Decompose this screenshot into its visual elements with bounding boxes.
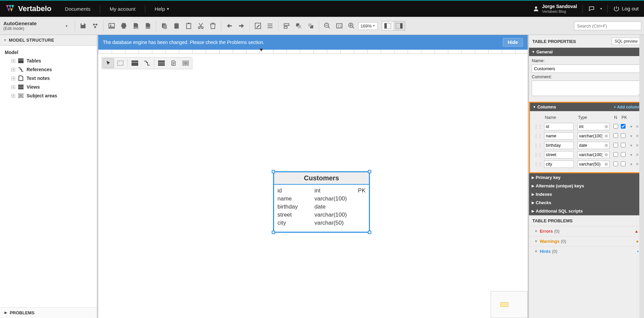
nullable-checkbox[interactable] xyxy=(613,133,618,138)
menu-my-account[interactable]: My account xyxy=(110,5,136,13)
expand-icon[interactable]: + xyxy=(11,77,15,80)
layer-up-button[interactable] xyxy=(293,20,304,31)
minimap[interactable] xyxy=(491,291,528,318)
add-area-tool[interactable] xyxy=(180,58,191,68)
expand-icon[interactable]: + xyxy=(11,94,15,98)
image-button[interactable] xyxy=(106,20,117,31)
sql-preview-button[interactable]: SQL preview xyxy=(612,38,641,45)
remove-col-icon[interactable]: ✕ xyxy=(635,152,640,157)
add-column-link[interactable]: + Add column xyxy=(614,105,640,109)
expand-icon[interactable]: + xyxy=(11,68,15,72)
section-addl-sql[interactable]: ▶Additional SQL scripts xyxy=(529,207,644,215)
align-button[interactable] xyxy=(281,20,292,31)
add-note-tool[interactable] xyxy=(168,58,179,68)
section-columns[interactable]: ▼Columns + Add column xyxy=(530,103,643,111)
entity-customers[interactable]: Customers idintPKnamevarchar(100)birthda… xyxy=(273,171,370,233)
print-button[interactable] xyxy=(118,20,129,31)
view-right-panel-button[interactable] xyxy=(393,21,405,30)
column-name-input[interactable] xyxy=(544,123,574,130)
save-button[interactable] xyxy=(78,20,88,31)
doc-dropdown-icon[interactable]: ▼ xyxy=(61,20,72,31)
tree-item-references[interactable]: +References xyxy=(0,65,97,74)
section-indexes[interactable]: ▶Indexes xyxy=(529,190,644,198)
pointer-tool[interactable] xyxy=(103,58,114,68)
expand-col-icon[interactable]: ▾ xyxy=(630,134,633,138)
column-type-input[interactable] xyxy=(577,142,604,149)
pk-checkbox[interactable] xyxy=(621,162,626,166)
type-gear-icon[interactable]: ⚙ xyxy=(604,142,610,149)
column-type-input[interactable] xyxy=(577,132,604,140)
type-gear-icon[interactable]: ⚙ xyxy=(604,132,610,140)
drag-handle-icon[interactable]: ⋮⋮ xyxy=(533,124,543,129)
banner-hide-button[interactable]: Hide xyxy=(503,38,523,47)
menu-documents[interactable]: Documents xyxy=(65,5,90,13)
remove-col-icon[interactable]: ✕ xyxy=(635,124,640,129)
type-gear-icon[interactable]: ⚙ xyxy=(604,161,610,168)
model-structure-header[interactable]: ▼ MODEL STRUCTURE xyxy=(0,35,97,46)
clipboard-button[interactable] xyxy=(183,20,194,31)
copy-button[interactable] xyxy=(159,20,170,31)
marquee-tool[interactable] xyxy=(115,58,126,68)
drag-handle-icon[interactable]: ⋮⋮ xyxy=(533,152,543,157)
format-button[interactable] xyxy=(265,20,275,31)
user-info[interactable]: Jorge Sandoval Vertabelo Blog xyxy=(533,4,577,13)
nullable-checkbox[interactable] xyxy=(613,162,618,166)
zoom-out-button[interactable] xyxy=(322,20,333,31)
section-checks[interactable]: ▶Checks xyxy=(529,198,644,207)
share-button[interactable] xyxy=(90,20,101,31)
section-primary-key[interactable]: ▶Primary key xyxy=(529,173,644,182)
search-input[interactable] xyxy=(574,21,641,30)
zoom-in-button[interactable] xyxy=(346,20,357,31)
tree-item-views[interactable]: +Views xyxy=(0,83,97,91)
layer-down-button[interactable] xyxy=(305,20,316,31)
column-type-input[interactable] xyxy=(577,161,604,168)
logout-button[interactable]: Log out xyxy=(613,5,639,12)
pk-checkbox[interactable] xyxy=(621,124,626,129)
column-type-input[interactable] xyxy=(577,151,604,158)
paste-button[interactable] xyxy=(171,20,182,31)
cut-button[interactable] xyxy=(195,20,206,31)
nullable-checkbox[interactable] xyxy=(613,124,618,129)
drag-handle-icon[interactable]: ⋮⋮ xyxy=(533,162,543,167)
undo-button[interactable] xyxy=(224,20,235,31)
name-input[interactable] xyxy=(532,64,641,73)
column-type-input[interactable] xyxy=(577,123,604,130)
remove-col-icon[interactable]: ✕ xyxy=(635,143,640,148)
zoom-reset-button[interactable]: 1:1 xyxy=(334,20,345,31)
problems-errors[interactable]: ▼ Errors (0) ▲ xyxy=(529,226,644,236)
expand-col-icon[interactable]: ▾ xyxy=(630,162,633,167)
sql-button[interactable]: SQL xyxy=(130,20,141,31)
tree-item-text-notes[interactable]: +Text notes xyxy=(0,74,97,83)
section-general[interactable]: ▼General xyxy=(529,48,644,56)
tree-item-subject-areas[interactable]: +Subject areas xyxy=(0,91,97,100)
delete-button[interactable] xyxy=(207,20,218,31)
expand-icon[interactable]: + xyxy=(11,59,15,63)
column-name-input[interactable] xyxy=(544,142,574,149)
add-reference-tool[interactable] xyxy=(141,58,153,68)
diagram-canvas[interactable]: Customers idintPKnamevarchar(100)birthda… xyxy=(98,54,528,318)
chat-icon[interactable] xyxy=(588,5,595,12)
column-name-input[interactable] xyxy=(544,151,574,158)
problems-warnings[interactable]: ▼ Warnings (0) ● xyxy=(529,236,644,246)
nullable-checkbox[interactable] xyxy=(613,152,618,157)
expand-col-icon[interactable]: ▾ xyxy=(630,143,633,148)
nullable-checkbox[interactable] xyxy=(613,143,618,147)
remove-col-icon[interactable]: ✕ xyxy=(635,134,640,138)
zoom-select[interactable]: 169%▼ xyxy=(358,22,378,30)
type-gear-icon[interactable]: ⚙ xyxy=(604,151,610,158)
add-table-tool[interactable] xyxy=(129,58,141,68)
edit-button[interactable] xyxy=(253,20,263,31)
drag-handle-icon[interactable]: ⋮⋮ xyxy=(533,143,543,148)
expand-col-icon[interactable]: ▾ xyxy=(630,124,633,129)
drag-handle-icon[interactable]: ⋮⋮ xyxy=(533,134,543,138)
type-gear-icon[interactable]: ⚙ xyxy=(604,123,610,130)
add-view-tool[interactable] xyxy=(156,58,167,68)
pk-checkbox[interactable] xyxy=(621,133,626,138)
expand-icon[interactable]: + xyxy=(11,85,15,89)
section-alt-keys[interactable]: ▶Alternate (unique) keys xyxy=(529,182,644,190)
doc-button-file[interactable]: DOC xyxy=(143,20,153,31)
redo-button[interactable] xyxy=(236,20,247,31)
menu-help[interactable]: Help▼ xyxy=(155,5,170,13)
problems-hints[interactable]: ▼ Hints (0) ▪ xyxy=(529,246,644,256)
problems-panel-toggle[interactable]: ▼ PROBLEMS xyxy=(0,307,97,318)
